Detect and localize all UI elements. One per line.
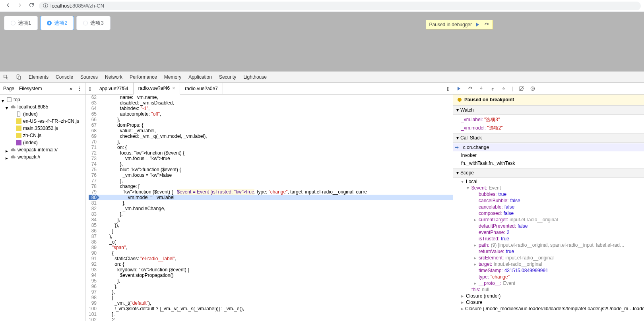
deactivate-bp-icon[interactable] [519, 86, 524, 91]
scope-row[interactable]: timeStamp: 431515.0849999991 [453, 267, 644, 274]
forward-icon[interactable] [15, 0, 25, 11]
inspect-icon[interactable] [3, 74, 9, 80]
tree-file-zhcn[interactable]: zh-CN.js [0, 132, 85, 139]
tab-security[interactable]: Security [219, 74, 236, 80]
scope-row[interactable]: isTrusted: true [453, 236, 644, 242]
paused-banner: Paused on breakpoint [453, 95, 644, 105]
svg-point-4 [531, 87, 534, 90]
device-icon[interactable] [16, 74, 21, 80]
tab-performance[interactable]: Performance [130, 74, 157, 80]
scope-row[interactable]: ▸srcElement: input.el-radio__original [453, 255, 644, 261]
radio-option-1[interactable]: 选项1 [4, 16, 38, 30]
scope-row[interactable]: ▸path: (9) [input.el-radio__original, sp… [453, 242, 644, 248]
section-callstack[interactable]: ▾Call Stack [453, 133, 644, 143]
back-icon[interactable] [3, 0, 13, 11]
radio-option-2[interactable]: 选项2 [40, 16, 74, 30]
scope-row[interactable]: type: "change" [453, 274, 644, 280]
cloud-icon [10, 147, 16, 153]
navtab-more-icon[interactable]: » [70, 86, 72, 91]
scope-row[interactable]: composed: false [453, 210, 644, 217]
tab-memory[interactable]: Memory [164, 74, 181, 80]
resume-icon[interactable] [456, 86, 462, 91]
paused-text: Paused on breakpoint [464, 97, 514, 102]
pause-exc-icon[interactable] [530, 86, 535, 91]
scope-closure[interactable]: ▸Closure (render) [453, 293, 644, 299]
scope-row[interactable]: bubbles: true [453, 191, 644, 197]
url-path: /#/zh-CN [84, 3, 104, 9]
watch-row[interactable]: _vm.model: "选项2" [453, 124, 644, 132]
watch-row[interactable]: _vm.label: "选项3" [453, 116, 644, 124]
radio-option-3[interactable]: 选项3 [76, 16, 110, 30]
toggle-dbg-icon[interactable]: ▯ [444, 86, 453, 91]
navtab-filesystem[interactable]: Filesystem [19, 86, 42, 91]
gutter[interactable]: 6263646566676869707172737475767778798081… [85, 95, 98, 321]
debug-overlay-text: Paused in debugger [429, 22, 472, 27]
callstack-frame[interactable]: fn._withTask.fn._withTask [453, 159, 644, 167]
scope-row[interactable]: this: null [453, 286, 644, 293]
section-watch[interactable]: ▾Watch [453, 105, 644, 115]
toggle-nav-icon[interactable]: ▯ [85, 86, 95, 91]
debugger-panel: | Paused on breakpoint ▾Watch _vm.label:… [453, 83, 644, 321]
tab-console[interactable]: Console [56, 74, 73, 80]
tree-top[interactable]: ▾top [0, 96, 85, 103]
scope-row[interactable]: ▸target: input.el-radio__original [453, 261, 644, 267]
navtab-page[interactable]: Page [3, 86, 14, 91]
tab-network[interactable]: Network [105, 74, 122, 80]
step-out-icon[interactable] [490, 86, 495, 91]
debug-overlay: Paused in debugger [426, 20, 493, 29]
code-editor[interactable]: 6263646566676869707172737475767778798081… [85, 95, 453, 321]
scope-row[interactable]: defaultPrevented: false [453, 223, 644, 229]
resume-icon[interactable] [475, 22, 481, 27]
js-icon [16, 126, 21, 131]
close-icon[interactable]: × [172, 85, 175, 91]
css-icon [16, 140, 21, 145]
step-over-icon[interactable] [467, 86, 473, 91]
scope-row[interactable]: ▸__proto__: Event [453, 280, 644, 286]
svg-point-7 [458, 98, 462, 102]
tab-application[interactable]: Application [188, 74, 212, 80]
url-host: localhost: [50, 3, 72, 9]
url-input[interactable]: ⓘ localhost:8085/#/zh-CN [39, 2, 641, 10]
tree-file-index[interactable]: (index) [0, 110, 85, 118]
viewport: 选项1 选项2 选项3 Paused in debugger [0, 12, 644, 72]
frame-icon [6, 97, 12, 102]
radio-label: 选项1 [18, 19, 31, 27]
scope-row[interactable]: cancelable: false [453, 204, 644, 210]
step-over-icon[interactable] [484, 22, 489, 27]
tree-webpack[interactable]: ▸webpack:// [0, 153, 85, 160]
section-scope[interactable]: ▾Scope [453, 168, 644, 178]
file-tab-3[interactable]: radio.vue?a0e7 [180, 83, 223, 94]
scope-row[interactable]: ▾$event: Event [453, 185, 644, 191]
file-icon [16, 111, 21, 117]
scope-row[interactable]: returnValue: true [453, 248, 644, 255]
callstack-frame[interactable]: invoker [453, 151, 644, 159]
scope-closure[interactable]: ▸Closure [453, 299, 644, 306]
callstack-frame[interactable]: _c.on.change [453, 143, 644, 151]
file-tree: ▾top ▾localhost:8085 (index) en-US~es~fr… [0, 95, 85, 162]
scope-row[interactable]: eventPhase: 2 [453, 229, 644, 236]
file-tabs: ▯ app.vue?7f54 radio.vue?af46× radio.vue… [85, 83, 453, 95]
debugger-toolbar: | [453, 83, 644, 95]
tree-file-index2[interactable]: (index) [0, 139, 85, 146]
reload-icon[interactable] [27, 0, 37, 11]
file-tab-2[interactable]: radio.vue?af46× [134, 83, 180, 95]
scope-closure[interactable]: ▸Closure (./node_modules/vue-loader/lib/… [453, 306, 644, 312]
tab-lighthouse[interactable]: Lighthouse [243, 74, 267, 80]
tab-elements[interactable]: Elements [29, 74, 48, 80]
navtab-menu-icon[interactable]: ⋮ [77, 86, 82, 91]
scope-local[interactable]: ▾Local [453, 178, 644, 185]
cloud-icon [10, 104, 16, 110]
tab-sources[interactable]: Sources [80, 74, 98, 80]
radio-circle-icon [83, 21, 88, 25]
tree-webpack-internal[interactable]: ▸webpack-internal:// [0, 146, 85, 153]
scope-row[interactable]: ▸currentTarget: input.el-radio__original [453, 217, 644, 223]
js-icon [16, 118, 21, 124]
tree-file-main[interactable]: main.3530852.js [0, 125, 85, 132]
file-tab-1[interactable]: app.vue?7f54 [95, 83, 134, 94]
step-icon[interactable] [501, 86, 506, 91]
scope-row[interactable]: cancelBubble: false [453, 197, 644, 204]
code-panel: ▯ app.vue?7f54 radio.vue?af46× radio.vue… [85, 83, 453, 321]
step-into-icon[interactable] [479, 86, 484, 91]
tree-host[interactable]: ▾localhost:8085 [0, 103, 85, 110]
tree-file-enus[interactable]: en-US~es~fr-FR~zh-CN.js [0, 118, 85, 125]
